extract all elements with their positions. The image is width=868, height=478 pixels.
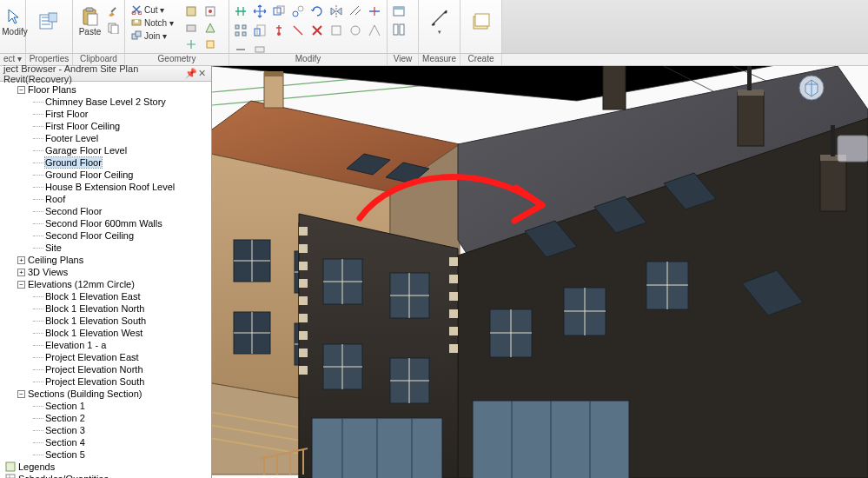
modify-tool-button[interactable]: Modify — [3, 2, 26, 41]
cope-icon — [185, 5, 197, 17]
tree-item[interactable]: Roof — [2, 193, 211, 205]
view-b-button[interactable] — [391, 22, 407, 37]
tree-node-legends[interactable]: Legends — [2, 461, 211, 473]
clipboard-copy-button[interactable] — [105, 20, 121, 36]
geom-d-button[interactable] — [202, 3, 218, 19]
scale-button[interactable] — [252, 23, 268, 38]
geom-b-button[interactable] — [183, 20, 199, 36]
svg-rect-75 — [299, 366, 308, 375]
delete-button[interactable] — [309, 23, 325, 38]
match-type-button[interactable] — [105, 3, 121, 19]
collapse-icon[interactable]: − — [17, 390, 25, 398]
cut-button[interactable]: Cut ▾ — [129, 3, 176, 16]
brush-icon — [107, 5, 119, 17]
modify-x3[interactable] — [367, 23, 382, 38]
tree-item[interactable]: First Floor — [2, 108, 211, 120]
expand-icon[interactable]: + — [17, 269, 25, 276]
tree-node-floor-plans[interactable]: −Floor Plans — [2, 83, 211, 96]
close-icon[interactable]: ✕ — [197, 68, 208, 80]
expand-icon[interactable]: + — [17, 256, 25, 264]
rotate-icon — [310, 4, 324, 18]
svg-rect-42 — [6, 462, 15, 471]
pin-icon[interactable]: 📌 — [185, 68, 197, 80]
project-browser-title: ject Browser - Andrem Site Plan Revit(Re… — [3, 63, 185, 84]
collapse-icon[interactable]: − — [17, 281, 25, 289]
tree-item[interactable]: Project Elevation South — [2, 375, 211, 388]
geom-e-button[interactable] — [202, 20, 218, 36]
collapse-icon[interactable]: − — [17, 86, 25, 94]
svg-rect-50 — [264, 71, 283, 76]
svg-rect-27 — [242, 25, 246, 29]
tree-item[interactable]: Second Floor 600mm Walls — [2, 217, 211, 229]
split-button[interactable] — [367, 3, 382, 19]
tree-item[interactable]: Footer Level — [2, 132, 211, 144]
notch-button[interactable]: Notch ▾ — [129, 17, 176, 29]
modify-x2[interactable] — [348, 23, 363, 38]
paste-icon — [80, 6, 101, 27]
paste-button[interactable]: Paste — [76, 2, 103, 41]
tree-item[interactable]: Block 1 Elevation South — [2, 315, 211, 327]
svg-rect-95 — [738, 90, 764, 96]
ribbon-empty-area — [502, 0, 868, 53]
tree-item[interactable]: Ground Floor — [2, 156, 211, 169]
tree-node-sections[interactable]: −Sections (Building Section) — [2, 388, 211, 400]
offset-icon — [272, 4, 286, 18]
tree-item[interactable]: Block 1 Elevation East — [2, 290, 211, 302]
move-button[interactable] — [252, 3, 268, 19]
svg-rect-69 — [299, 262, 308, 270]
unpin-button[interactable] — [290, 23, 306, 38]
create-icon — [471, 11, 492, 32]
tree-item[interactable]: Chimney Base Level 2 Story — [2, 96, 211, 108]
tree-item[interactable]: Block 1 Elevation North — [2, 302, 211, 315]
cope-button[interactable] — [183, 3, 199, 19]
geom-f-button[interactable] — [202, 37, 218, 52]
copy-button[interactable] — [290, 3, 306, 19]
rotate-button[interactable] — [309, 3, 325, 19]
tree-item[interactable]: Garage Floor Level — [2, 144, 211, 156]
svg-rect-6 — [86, 8, 93, 11]
geom-c-button[interactable] — [183, 37, 199, 52]
offset-button[interactable] — [271, 3, 287, 19]
tree-item[interactable]: Section 2 — [2, 412, 211, 424]
tree-item[interactable]: Elevation 1 - a — [2, 339, 211, 351]
tree-item[interactable]: Project Elevation North — [2, 363, 211, 375]
scale-icon — [253, 23, 267, 37]
tree-item[interactable]: Second Floor — [2, 205, 211, 217]
tree-node-ceiling-plans[interactable]: +Ceiling Plans — [2, 254, 211, 266]
tree-item[interactable]: Section 3 — [2, 424, 211, 436]
properties-button[interactable] — [30, 2, 66, 41]
model-viewport[interactable] — [212, 66, 868, 478]
view-a-button[interactable] — [391, 3, 407, 19]
tree-item[interactable]: Section 1 — [2, 400, 211, 412]
align-button[interactable] — [233, 3, 248, 19]
trim-button[interactable] — [348, 3, 363, 19]
tree-node-schedules[interactable]: Schedules/Quantities — [2, 473, 211, 478]
measure-button[interactable]: ▾ — [422, 2, 456, 41]
ribbon-group-select: Modify — [0, 0, 26, 53]
array-button[interactable] — [233, 23, 248, 38]
create-button[interactable] — [464, 2, 498, 41]
tree-item[interactable]: Project Elevation East — [2, 351, 211, 363]
tree-item[interactable]: Site — [2, 242, 211, 254]
split-face-icon — [185, 38, 197, 50]
copy-icon — [107, 22, 119, 34]
tree-item[interactable]: First Floor Ceiling — [2, 120, 211, 132]
tree-item[interactable]: Ground Floor Ceiling — [2, 169, 211, 181]
svg-rect-31 — [257, 25, 265, 36]
modify-x1[interactable] — [328, 23, 344, 38]
mirror-button[interactable] — [328, 3, 344, 19]
project-browser-titlebar[interactable]: ject Browser - Andrem Site Plan Revit(Re… — [0, 66, 211, 82]
svg-rect-72 — [299, 314, 308, 322]
svg-rect-70 — [299, 279, 308, 288]
project-browser-tree[interactable]: −Floor Plans Chimney Base Level 2 StoryF… — [0, 82, 211, 478]
svg-rect-105 — [838, 136, 868, 162]
tree-node-3d-views[interactable]: +3D Views — [2, 266, 211, 278]
pin-button[interactable] — [271, 23, 287, 38]
tree-item[interactable]: Section 4 — [2, 436, 211, 448]
join-button[interactable]: Join ▾ — [129, 30, 176, 42]
tree-item[interactable]: House B Extension Roof Level — [2, 181, 211, 193]
tree-item[interactable]: Second Floor Ceiling — [2, 229, 211, 242]
tree-item[interactable]: Block 1 Elevation West — [2, 327, 211, 339]
tree-node-elevations[interactable]: −Elevations (12mm Circle) — [2, 278, 211, 290]
tree-item[interactable]: Section 5 — [2, 448, 211, 461]
